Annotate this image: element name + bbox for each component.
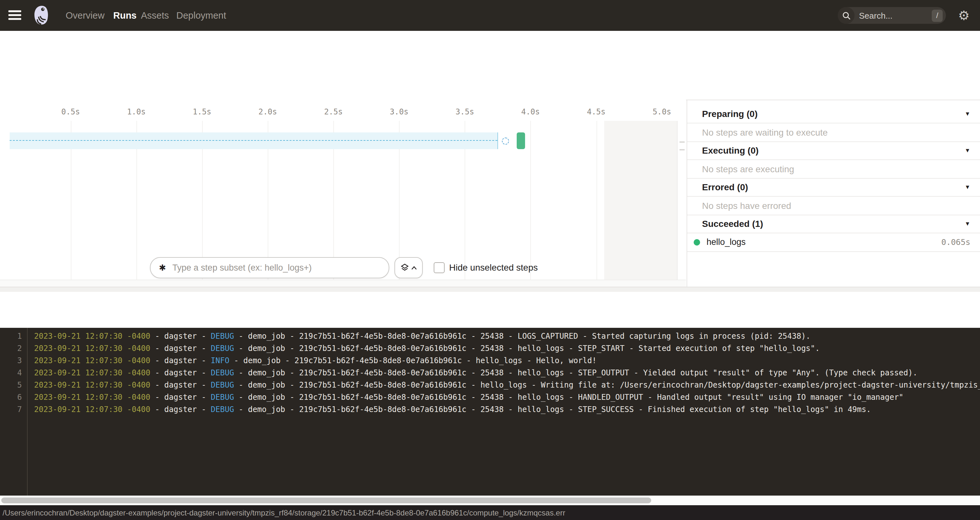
- section-header-preparing[interactable]: Preparing (0)▼: [687, 105, 980, 124]
- timeline-axis: 0.5s1.0s1.5s2.0s2.5s3.0s3.5s4.0s4.5s5.0s: [0, 100, 686, 122]
- gantt-chart: [0, 121, 686, 280]
- menu-icon[interactable]: [8, 10, 21, 21]
- section-header-succeeded[interactable]: Succeeded (1)▼: [687, 215, 980, 233]
- log-line-text: 2023-09-21 12:07:30 -0400 - dagster - DE…: [34, 379, 980, 392]
- run-header: 219c7b51 Success Run of demo_job @ 4f105…: [0, 31, 980, 72]
- log-horizontal-scrollbar[interactable]: [0, 496, 980, 505]
- search-placeholder: Search...: [854, 11, 932, 20]
- caret-down-icon: ▼: [964, 111, 970, 117]
- nav-item-overview[interactable]: Overview: [66, 0, 105, 31]
- gutter-mark: [679, 149, 685, 151]
- nav-item-runs[interactable]: Runs: [113, 0, 137, 31]
- log-line-text: 2023-09-21 12:07:30 -0400 - dagster - DE…: [34, 367, 917, 379]
- step-start-marker: [502, 138, 509, 144]
- settings-gear-icon[interactable]: ⚙: [957, 8, 971, 22]
- nav-item-assets[interactable]: Assets: [141, 0, 169, 31]
- axis-tick-label: 2.0s: [258, 107, 277, 116]
- top-nav: Overview Runs Assets Deployment Search..…: [0, 0, 980, 31]
- log-line-number: 1: [0, 330, 22, 342]
- log-file-path: /Users/erincochran/Desktop/dagster-examp…: [3, 508, 565, 517]
- section-header-executing[interactable]: Executing (0)▼: [687, 141, 980, 160]
- log-line-text: 2023-09-21 12:07:30 -0400 - dagster - IN…: [34, 355, 597, 367]
- caret-down-icon: ▼: [964, 147, 970, 154]
- section-empty-executing: No steps are executing: [687, 160, 980, 178]
- succeeded-step-row[interactable]: hello_logs 0.065s: [687, 233, 980, 252]
- axis-tick-label: 3.5s: [456, 107, 474, 116]
- nav-item-deployment[interactable]: Deployment: [176, 0, 226, 31]
- step-subset-input[interactable]: ✱: [150, 257, 389, 278]
- axis-tick-label: 3.0s: [390, 107, 409, 116]
- log-line-text: 2023-09-21 12:07:30 -0400 - dagster - DE…: [34, 392, 904, 404]
- log-toolbar: stdout stderr: [0, 292, 980, 328]
- run-end-shade: [604, 121, 677, 280]
- log-line-number: 7: [0, 404, 22, 416]
- log-hscroll-thumb[interactable]: [1, 498, 651, 503]
- chevron-up-icon: [411, 266, 417, 270]
- section-empty-errored: No steps have errored: [687, 197, 980, 215]
- axis-tick-label: 4.0s: [521, 107, 540, 116]
- axis-gridline: [531, 121, 531, 280]
- log-line-text: 2023-09-21 12:07:30 -0400 - dagster - DE…: [34, 404, 871, 416]
- axis-tick-label: 2.5s: [324, 107, 343, 116]
- log-line-text: 2023-09-21 12:07:30 -0400 - dagster - DE…: [34, 342, 820, 355]
- log-gutter-divider: [27, 328, 28, 496]
- log-line-number: 3: [0, 355, 22, 367]
- caret-down-icon: ▼: [964, 220, 970, 227]
- search-icon: [838, 7, 854, 24]
- search-shortcut-key: /: [932, 10, 943, 22]
- search-input[interactable]: Search... /: [838, 7, 946, 24]
- log-line-number: 2: [0, 342, 22, 355]
- dagster-logo[interactable]: [32, 5, 52, 26]
- section-empty-preparing: No steps are waiting to execute: [687, 123, 980, 142]
- axis-tick-label: 5.0s: [652, 107, 671, 116]
- gantt-toolbar: Hide not started steps Re-execute all (*…: [0, 72, 980, 100]
- gantt-step-bar-hello-logs[interactable]: [517, 132, 525, 149]
- raw-log-viewer: 12023-09-21 12:07:30 -0400 - dagster - D…: [0, 328, 980, 496]
- step-status-panel: Preparing (0)▼ No steps are waiting to e…: [687, 100, 980, 287]
- axis-tick-label: 1.5s: [193, 107, 212, 116]
- hide-unselected-checkbox[interactable]: [434, 262, 445, 273]
- log-line-text: 2023-09-21 12:07:30 -0400 - dagster - DE…: [34, 330, 810, 342]
- step-waiting-dotted-line: [10, 140, 497, 141]
- step-waiting-band: [10, 132, 498, 149]
- gantt-scrollbar-gutter[interactable]: [677, 121, 687, 280]
- layers-icon: [401, 263, 408, 272]
- gantt-hscroll-strip[interactable]: [0, 280, 686, 287]
- dagster-run-page: Overview Runs Assets Deployment Search..…: [0, 0, 980, 520]
- axis-tick-label: 0.5s: [62, 107, 80, 116]
- section-header-errored[interactable]: Errored (0)▼: [687, 178, 980, 197]
- log-line-number: 5: [0, 379, 22, 392]
- axis-tick-label: 4.5s: [587, 107, 606, 116]
- step-subset-field[interactable]: [171, 262, 389, 273]
- log-line-number: 4: [0, 367, 22, 379]
- graph-query-toggle-button[interactable]: [395, 257, 423, 278]
- axis-tick-label: 1.0s: [127, 107, 146, 116]
- caret-down-icon: ▼: [964, 184, 970, 190]
- axis-gridline: [596, 121, 597, 280]
- gutter-mark: [679, 141, 685, 143]
- log-line-number: 6: [0, 392, 22, 404]
- hide-unselected-label: Hide unselected steps: [449, 262, 538, 273]
- op-selector-icon: ✱: [159, 263, 166, 273]
- status-bar: /Users/erincochran/Desktop/dagster-examp…: [0, 505, 980, 520]
- step-success-dot-icon: [694, 239, 700, 245]
